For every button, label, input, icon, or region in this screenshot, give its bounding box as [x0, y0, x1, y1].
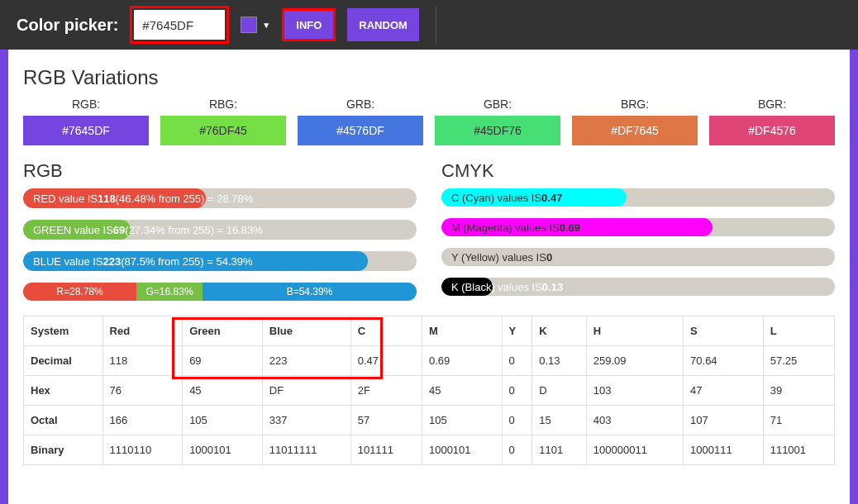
- table-header: C: [350, 316, 422, 346]
- accent-stripe-left: [0, 50, 8, 504]
- accent-stripe-right: [850, 50, 858, 504]
- variation-label: RGB:: [72, 97, 100, 111]
- table-cell: 11011111: [262, 435, 350, 465]
- variation-grb: GRB:#4576DF: [298, 97, 423, 145]
- table-header: Red: [102, 316, 183, 346]
- table-row-header: Decimal: [24, 346, 103, 376]
- hex-input-highlight: [130, 6, 229, 44]
- variation-gbr: GBR:#45DF76: [435, 97, 560, 145]
- table-cell: 57: [350, 406, 422, 435]
- cmyk-bar: C (Cyan) values IS 0.47: [441, 188, 835, 207]
- rgb-composite-bar: R=28.78%G=16.83%B=54.39%: [23, 283, 417, 301]
- variation-chip[interactable]: #DF7645: [572, 116, 698, 145]
- table-cell: 107: [684, 406, 764, 435]
- table-cell: 118: [102, 346, 183, 376]
- variation-chip[interactable]: #76DF45: [160, 116, 286, 145]
- table-row-header: Binary: [24, 435, 103, 465]
- table-cell: 101111: [350, 435, 422, 465]
- variations-title: RGB Variations: [23, 66, 835, 89]
- table-cell: 166: [102, 406, 183, 435]
- page-frame: RGB Variations RGB:#7645DFRBG:#76DF45GRB…: [0, 50, 858, 504]
- table-header: S: [684, 316, 764, 346]
- table-cell: 15: [532, 406, 587, 435]
- variations-row: RGB:#7645DFRBG:#76DF45GRB:#4576DFGBR:#45…: [23, 97, 835, 145]
- variation-label: GRB:: [346, 97, 374, 111]
- table-cell: 45: [183, 376, 263, 406]
- variation-brg: BRG:#DF7645: [572, 97, 698, 145]
- table-row: Octal1661053375710501540310771: [24, 406, 835, 435]
- table-cell: 39: [763, 376, 834, 406]
- table-cell: 1000101: [183, 435, 263, 465]
- table-cell: 105: [183, 406, 263, 435]
- cmyk-title: CMYK: [441, 160, 835, 182]
- table-cell: 0: [502, 376, 532, 406]
- table-cell: 76: [102, 376, 183, 406]
- table-cell: 57.25: [763, 346, 834, 376]
- table-header: Blue: [262, 316, 350, 346]
- variation-rbg: RBG:#76DF45: [160, 97, 286, 145]
- color-swatch-dropdown[interactable]: ▼: [241, 17, 270, 33]
- rgb-title: RGB: [23, 160, 417, 182]
- cmyk-bar: K (Black) values IS 0.13: [441, 278, 835, 296]
- table-row-header: Hex: [24, 376, 103, 406]
- table-header: Y: [502, 316, 532, 346]
- table-header: System: [24, 316, 103, 346]
- color-swatch: [241, 17, 257, 33]
- content-area: RGB Variations RGB:#7645DFRBG:#76DF45GRB…: [8, 50, 850, 504]
- table-cell: 71: [763, 406, 834, 435]
- table-cell: 69: [183, 346, 263, 376]
- table-header: Green: [183, 316, 263, 346]
- table-cell: 1000111: [684, 435, 764, 465]
- rgb-cmyk-columns: RGB RED value IS 118 (46.48% from 255) =…: [23, 160, 835, 312]
- table-cell: 0: [502, 435, 532, 465]
- variation-label: GBR:: [484, 97, 512, 111]
- table-row: Hex7645DF2F450D1034739: [24, 376, 835, 406]
- table-row: Decimal118692230.470.6900.13259.0970.645…: [24, 346, 835, 376]
- table-cell: DF: [262, 376, 350, 406]
- variation-chip[interactable]: #4576DF: [298, 116, 423, 145]
- variation-chip[interactable]: #7645DF: [23, 116, 149, 145]
- table-cell: 0: [502, 346, 532, 376]
- rgb-composite-segment: B=54.39%: [203, 283, 417, 301]
- dropdown-triangle-icon: ▼: [262, 21, 270, 30]
- table-header: H: [586, 316, 683, 346]
- table-cell: 70.64: [684, 346, 764, 376]
- rgb-composite-segment: R=28.78%: [23, 283, 136, 301]
- color-values-table: SystemRedGreenBlueCMYKHSLDecimal11869223…: [23, 316, 835, 465]
- top-bar: Color picker: ▼ INFO RANDOM: [0, 0, 858, 50]
- variation-chip[interactable]: #DF4576: [709, 116, 835, 145]
- cmyk-bar: M (Magenta) values IS 0.69: [441, 218, 835, 236]
- table-cell: 0.47: [350, 346, 422, 376]
- table-cell: 403: [586, 406, 683, 435]
- brand-label: Color picker:: [17, 16, 118, 35]
- table-header: K: [532, 316, 587, 346]
- rgb-bar: GREEN value IS 69 (27.34% from 255) = 16…: [23, 220, 417, 240]
- table-cell: 1101: [532, 435, 587, 465]
- rgb-bar: RED value IS 118 (46.48% from 255) = 28.…: [23, 188, 417, 208]
- table-cell: 103: [586, 376, 683, 406]
- hex-input[interactable]: [134, 10, 225, 40]
- table-wrap: SystemRedGreenBlueCMYKHSLDecimal11869223…: [23, 316, 835, 465]
- table-cell: 100000011: [586, 435, 683, 465]
- variation-bgr: BGR:#DF4576: [709, 97, 835, 145]
- table-cell: 111001: [763, 435, 834, 465]
- table-cell: 1110110: [102, 435, 183, 465]
- random-button[interactable]: RANDOM: [347, 8, 419, 41]
- table-header: L: [763, 316, 834, 346]
- info-button[interactable]: INFO: [282, 8, 336, 41]
- variation-label: BGR:: [758, 97, 786, 111]
- table-cell: 0.13: [532, 346, 587, 376]
- table-cell: 47: [684, 376, 764, 406]
- table-cell: 105: [422, 406, 502, 435]
- table-cell: 1000101: [422, 435, 502, 465]
- cmyk-column: CMYK C (Cyan) values IS 0.47M (Magenta) …: [441, 160, 835, 312]
- variation-chip[interactable]: #45DF76: [435, 116, 560, 145]
- table-row-header: Octal: [24, 406, 103, 435]
- rgb-column: RGB RED value IS 118 (46.48% from 255) =…: [23, 160, 417, 312]
- toolbar-divider: [436, 7, 436, 43]
- table-cell: 337: [262, 406, 350, 435]
- variation-rgb: RGB:#7645DF: [23, 97, 149, 145]
- variation-label: RBG:: [209, 97, 237, 111]
- rgb-composite-segment: G=16.83%: [136, 283, 203, 301]
- cmyk-bar: Y (Yellow) values IS 0: [441, 248, 835, 266]
